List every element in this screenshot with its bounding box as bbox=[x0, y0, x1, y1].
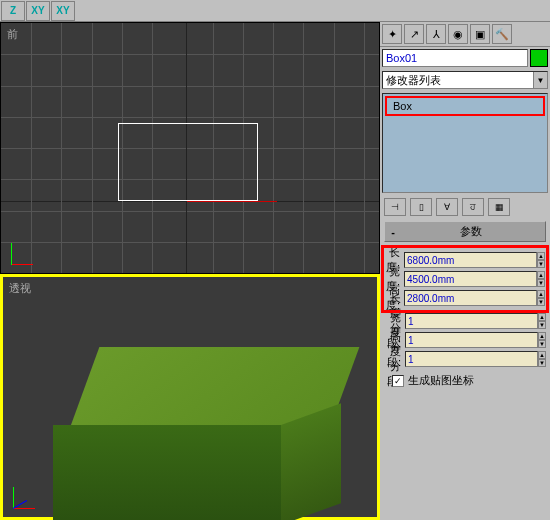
viewport-tripod bbox=[13, 473, 49, 509]
gen-uvw-row: ✓ 生成贴图坐标 bbox=[384, 369, 546, 392]
object-name-input[interactable] bbox=[382, 49, 528, 67]
wseg-input[interactable] bbox=[405, 332, 538, 348]
height-input[interactable] bbox=[404, 290, 537, 306]
params-body: 长度: ▲▼ 宽度: ▲▼ 高度: ▲▼ 长度分段: ▲▼ bbox=[380, 244, 550, 394]
width-spinner[interactable]: ▲▼ bbox=[537, 271, 545, 287]
hseg-row: 高度分段: ▲▼ bbox=[384, 350, 546, 368]
height-spinner[interactable]: ▲▼ bbox=[537, 290, 545, 306]
hseg-input[interactable] bbox=[405, 351, 538, 367]
rollout-toggle-icon: - bbox=[387, 226, 399, 238]
create-tab-icon[interactable]: ✦ bbox=[382, 24, 402, 44]
dimension-highlight: 长度: ▲▼ 宽度: ▲▼ 高度: ▲▼ bbox=[384, 248, 546, 310]
width-row: 宽度: ▲▼ bbox=[386, 270, 544, 288]
viewport-front[interactable]: 前 bbox=[0, 22, 380, 274]
viewport-tripod bbox=[11, 229, 47, 265]
height-row: 高度: ▲▼ bbox=[386, 289, 544, 307]
length-input[interactable] bbox=[404, 252, 537, 268]
panel-tabs: ✦ ↗ ⅄ ◉ ▣ 🔨 bbox=[380, 22, 550, 47]
configure-button[interactable]: ▦ bbox=[488, 198, 510, 216]
rollout-title: 参数 bbox=[399, 224, 543, 239]
modify-tab-icon[interactable]: ↗ bbox=[404, 24, 424, 44]
object-color-swatch[interactable] bbox=[530, 49, 548, 67]
modifier-dropdown-label: 修改器列表 bbox=[386, 73, 441, 88]
remove-mod-button[interactable]: ਹ bbox=[462, 198, 484, 216]
command-panel: ✦ ↗ ⅄ ◉ ▣ 🔨 修改器列表 ▼ Box ⊣ ▯ ∀ ਹ ▦ - 参数 bbox=[380, 22, 550, 520]
tripod-y-icon bbox=[11, 243, 12, 265]
unique-button[interactable]: ∀ bbox=[436, 198, 458, 216]
box-face-front bbox=[53, 425, 281, 520]
viewports-container: 前 透视 bbox=[0, 22, 380, 520]
tripod-x-icon bbox=[13, 508, 35, 509]
modifier-stack[interactable]: Box bbox=[382, 93, 548, 193]
chevron-down-icon: ▼ bbox=[533, 72, 547, 88]
gen-uvw-label: 生成贴图坐标 bbox=[408, 373, 474, 388]
tripod-x-icon bbox=[11, 264, 33, 265]
box-face-right bbox=[281, 403, 341, 520]
modifier-stack-item[interactable]: Box bbox=[387, 98, 543, 114]
lseg-input[interactable] bbox=[405, 313, 538, 329]
box-wireframe[interactable] bbox=[118, 123, 258, 201]
modifier-list-dropdown[interactable]: 修改器列表 ▼ bbox=[382, 71, 548, 89]
length-spinner[interactable]: ▲▼ bbox=[537, 252, 545, 268]
wseg-row: 宽度分段: ▲▼ bbox=[384, 331, 546, 349]
top-toolbar: Z XY XY bbox=[0, 0, 550, 22]
axis-xy-button[interactable]: XY bbox=[26, 1, 50, 21]
hierarchy-tab-icon[interactable]: ⅄ bbox=[426, 24, 446, 44]
stack-toolbar: ⊣ ▯ ∀ ਹ ▦ bbox=[380, 195, 550, 219]
length-row: 长度: ▲▼ bbox=[386, 251, 544, 269]
main-area: 前 透视 bbox=[0, 22, 550, 520]
lseg-spinner[interactable]: ▲▼ bbox=[538, 313, 546, 329]
utilities-tab-icon[interactable]: 🔨 bbox=[492, 24, 512, 44]
hseg-spinner[interactable]: ▲▼ bbox=[538, 351, 546, 367]
object-name-row bbox=[380, 47, 550, 69]
viewport-perspective-label: 透视 bbox=[9, 281, 31, 296]
wseg-spinner[interactable]: ▲▼ bbox=[538, 332, 546, 348]
tripod-y-icon bbox=[13, 487, 14, 509]
gizmo-x-axis[interactable] bbox=[187, 201, 277, 202]
display-tab-icon[interactable]: ▣ bbox=[470, 24, 490, 44]
axis-z-button[interactable]: Z bbox=[1, 1, 25, 21]
gen-uvw-checkbox[interactable]: ✓ bbox=[392, 375, 404, 387]
show-end-button[interactable]: ▯ bbox=[410, 198, 432, 216]
motion-tab-icon[interactable]: ◉ bbox=[448, 24, 468, 44]
params-rollout-header[interactable]: - 参数 bbox=[384, 221, 546, 242]
axis-xy2-button[interactable]: XY bbox=[51, 1, 75, 21]
lseg-row: 长度分段: ▲▼ bbox=[384, 312, 546, 330]
viewport-perspective[interactable]: 透视 bbox=[0, 274, 380, 520]
width-input[interactable] bbox=[404, 271, 537, 287]
pin-stack-button[interactable]: ⊣ bbox=[384, 198, 406, 216]
